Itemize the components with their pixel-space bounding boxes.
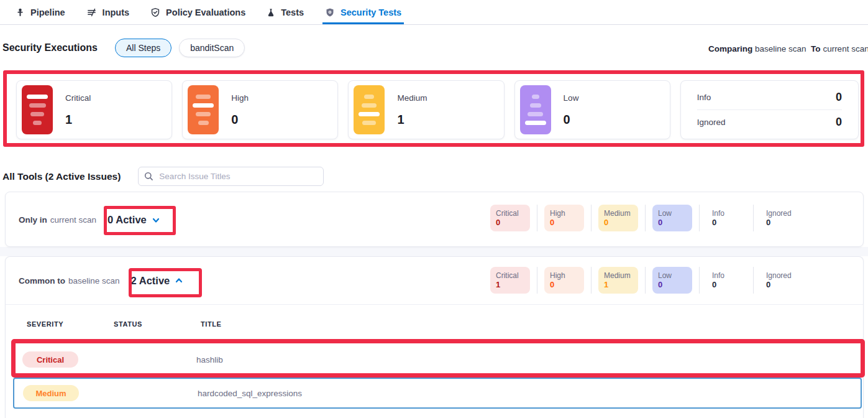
chip-high[interactable]: High 0: [544, 267, 584, 294]
severity-chips: Critical 0 High 0 Medium 0 Low 0 Info 0 …: [490, 205, 800, 231]
card-label: Low: [564, 93, 579, 103]
divider: [591, 205, 592, 231]
active-count-dropdown[interactable]: 2 Active: [131, 275, 184, 287]
chip-label: Medium: [604, 209, 633, 218]
divider: [699, 267, 700, 294]
summary-card-info-ignored: Info 0 Ignored 0: [680, 80, 859, 139]
tab-pipeline[interactable]: Pipeline: [16, 0, 65, 24]
chip-label: Low: [658, 209, 687, 218]
chip-info[interactable]: Info 0: [706, 267, 746, 294]
chevron-down-icon: [152, 216, 160, 225]
card-label: Medium: [397, 93, 427, 103]
tab-label: Tests: [281, 7, 304, 17]
chip-critical[interactable]: Critical 1: [490, 267, 530, 294]
all-tools-row: All Tools (2 Active Issues): [2, 167, 324, 186]
severity-bars-icon: [22, 85, 53, 134]
table-row-hardcoded-sql-expressions[interactable]: Medium hardcoded_sql_expressions: [13, 378, 862, 409]
card-value: 1: [397, 113, 427, 127]
all-tools-heading: All Tools (2 Active Issues): [2, 171, 121, 182]
table-row-hashlib[interactable]: Critical hashlib: [6, 342, 863, 377]
divider: [6, 304, 863, 305]
search-input[interactable]: [138, 167, 324, 186]
section-label-rest: baseline scan: [68, 276, 120, 286]
ignored-value: 0: [836, 116, 842, 129]
policy-shield-check-icon: [150, 7, 160, 17]
chip-medium[interactable]: Medium 0: [598, 205, 638, 231]
tab-tests[interactable]: Tests: [267, 0, 304, 24]
tab-policy-evaluations[interactable]: Policy Evaluations: [150, 0, 245, 24]
severity-summary-row: Critical 1 High 0 Medium 1 Low 0 Info 0 …: [16, 80, 859, 139]
severity-badge: Critical: [22, 351, 78, 368]
summary-card-critical: Critical 1: [16, 80, 172, 139]
tab-label: Security Tests: [340, 7, 401, 17]
chip-label: Critical: [496, 209, 524, 218]
chip-critical[interactable]: Critical 0: [490, 205, 530, 231]
chip-label: Info: [712, 209, 741, 218]
divider: [753, 267, 754, 294]
chip-value: 0: [712, 280, 741, 289]
comparing-current: current scan: [823, 44, 868, 53]
tab-label: Policy Evaluations: [166, 7, 245, 17]
ignored-row: Ignored 0: [697, 110, 842, 134]
chip-value: 0: [550, 280, 578, 289]
chip-value: 0: [712, 218, 741, 227]
active-count: 2 Active: [131, 275, 170, 287]
section-label-bold: Only in: [19, 215, 47, 225]
chip-label: Critical: [496, 271, 524, 280]
chip-label: Low: [658, 271, 687, 280]
chip-value: 0: [658, 280, 687, 289]
tab-inputs[interactable]: Inputs: [86, 0, 130, 24]
chip-info[interactable]: Info 0: [706, 205, 746, 231]
filter-pill-banditscan[interactable]: banditScan: [179, 39, 245, 57]
tests-flask-icon: [267, 7, 275, 17]
comparing-keyword: Comparing: [708, 44, 752, 53]
column-header-title: TITLE: [201, 320, 222, 328]
summary-card-medium: Medium 1: [348, 80, 504, 139]
divider: [537, 267, 537, 294]
chip-label: Medium: [604, 271, 633, 280]
chip-low[interactable]: Low 0: [652, 267, 692, 294]
chip-low[interactable]: Low 0: [652, 205, 692, 231]
severity-chips: Critical 1 High 0 Medium 1 Low 0 Info 0 …: [490, 267, 800, 294]
chip-label: Ignored: [766, 209, 795, 218]
divider: [645, 205, 646, 231]
chip-medium[interactable]: Medium 1: [598, 267, 638, 294]
chip-high[interactable]: High 0: [544, 205, 584, 231]
chip-label: Ignored: [766, 271, 795, 280]
section-only-in-current-scan: Only in current scan 0 Active Critical 0…: [5, 192, 864, 247]
severity-bars-icon: [520, 85, 551, 134]
summary-card-low: Low 0: [514, 80, 670, 139]
divider: [537, 205, 537, 231]
divider: [699, 205, 700, 231]
chip-value: 0: [766, 280, 795, 289]
chevron-up-icon: [175, 276, 183, 285]
section-common-to-baseline-scan: Common to baseline scan 2 Active Critica…: [5, 256, 864, 418]
chip-value: 1: [604, 280, 633, 289]
tab-bar: Pipeline Inputs Policy Evaluations Tests…: [0, 0, 868, 25]
filter-pill-all-steps[interactable]: All Steps: [115, 39, 171, 57]
info-value: 0: [836, 91, 842, 104]
chip-value: 0: [550, 218, 578, 227]
card-value: 0: [231, 113, 249, 127]
chip-ignored[interactable]: Ignored 0: [761, 267, 800, 294]
card-label: High: [231, 93, 249, 103]
chip-value: 0: [496, 218, 524, 227]
summary-card-high: High 0: [182, 80, 338, 139]
divider: [753, 205, 754, 231]
tab-security-tests[interactable]: Security Tests: [325, 0, 401, 24]
card-label: Critical: [65, 93, 91, 103]
chip-ignored[interactable]: Ignored 0: [761, 205, 800, 231]
issue-title: hardcoded_sql_expressions: [198, 389, 302, 398]
chip-label: High: [550, 271, 578, 280]
chip-value: 1: [496, 280, 524, 289]
chip-label: High: [550, 209, 578, 218]
issue-title: hashlib: [196, 355, 223, 365]
active-count-dropdown[interactable]: 0 Active: [107, 214, 160, 226]
tab-label: Inputs: [103, 7, 130, 17]
severity-bars-icon: [188, 85, 219, 134]
divider: [645, 267, 646, 294]
pipeline-icon: [16, 7, 25, 17]
section-label-bold: Common to: [19, 276, 65, 286]
severity-bars-icon: [354, 85, 385, 134]
search-icon: [144, 172, 153, 181]
